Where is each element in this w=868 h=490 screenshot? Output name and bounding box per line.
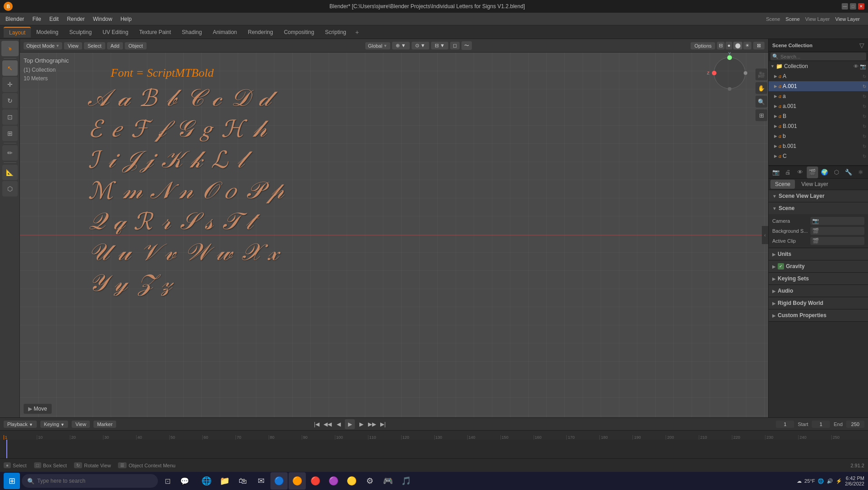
props-tab-output[interactable]: 🖨 <box>783 167 794 178</box>
outliner-camera-collection[interactable]: 📷 <box>860 64 866 69</box>
panel-collapse-arrow[interactable]: ‹ <box>762 226 768 244</box>
tool-move[interactable]: ✛ <box>2 77 18 92</box>
viewport-view-menu[interactable]: View <box>64 42 82 49</box>
tab-rendering[interactable]: Rendering <box>242 27 278 37</box>
gravity-checkbox[interactable]: ✓ <box>778 263 784 270</box>
taskbar-app-edge[interactable]: 🌐 <box>198 472 215 490</box>
viewport-shade-solid[interactable]: ● <box>726 42 732 49</box>
taskbar-app-5[interactable]: 🎮 <box>379 472 397 490</box>
minimize-button[interactable]: — <box>842 3 848 10</box>
snap-align[interactable]: ⊟ ▼ <box>431 42 449 49</box>
outliner-item-B[interactable]: ▶ a B ↻ <box>769 111 868 121</box>
section-header-audio[interactable]: ▶ Audio <box>769 285 868 297</box>
view-zoom-btn[interactable]: 🔍 <box>755 96 767 108</box>
taskbar-app-chrome[interactable]: 🔵 <box>270 472 288 490</box>
tool-cursor[interactable]: ↖ <box>2 60 18 76</box>
timeline-prev-keyframe[interactable]: ◀◀ <box>323 420 332 429</box>
outliner-search-input[interactable] <box>780 54 864 59</box>
tab-animation[interactable]: Animation <box>207 27 242 37</box>
timeline-next-keyframe[interactable]: ▶▶ <box>368 420 377 429</box>
outliner-vis-B001[interactable]: ↻ <box>863 124 866 129</box>
props-tab-modifier[interactable]: 🔧 <box>843 167 854 178</box>
timeline-playback-btn[interactable]: Playback ▼ <box>4 421 37 428</box>
outliner-item-B001[interactable]: ▶ a B.001 ↻ <box>769 121 868 131</box>
timeline-next-frame[interactable]: ▶ <box>357 420 366 429</box>
section-header-scene-viewlayer[interactable]: ▼ Scene View Layer <box>769 190 868 202</box>
taskbar-chat-btn[interactable]: 💬 <box>177 473 192 489</box>
view-camera-btn[interactable]: 🎥 <box>755 69 767 80</box>
outliner-vis-C[interactable]: ↻ <box>863 154 866 159</box>
menu-blender[interactable]: Blender <box>2 15 28 24</box>
gizmo-y-axis[interactable] <box>727 55 732 60</box>
timeline-keying-btn[interactable]: Keying ▼ <box>40 421 69 428</box>
outliner-eye-collection[interactable]: 👁 <box>853 64 858 69</box>
camera-value[interactable]: 📷 <box>810 217 864 225</box>
end-frame-input[interactable]: 250 <box>846 421 864 428</box>
outliner-item-a[interactable]: ▶ a a ↻ <box>769 91 868 101</box>
close-button[interactable]: ✕ <box>858 3 864 10</box>
props-scene-tab[interactable]: Scene <box>770 180 795 189</box>
proportional-edit[interactable]: ⊙ ▼ <box>412 42 429 49</box>
tab-modeling[interactable]: Modeling <box>31 27 64 37</box>
viewport-xray[interactable]: ⊠ <box>753 42 765 49</box>
scene-selector[interactable]: Scene <box>783 15 802 23</box>
outliner-item-b001[interactable]: ▶ a b.001 ↻ <box>769 141 868 151</box>
outliner-vis-A[interactable]: ↻ <box>863 74 866 79</box>
outliner-item-a001[interactable]: ▶ a a.001 ↻ <box>769 101 868 111</box>
taskbar-app-3[interactable]: 🟡 <box>343 472 360 490</box>
section-header-gravity[interactable]: ▶ ✓ Gravity <box>769 260 868 272</box>
section-header-rigid-body[interactable]: ▶ Rigid Body World <box>769 297 868 309</box>
object-mode-selector[interactable]: Object Mode▼ <box>24 42 62 49</box>
view-grid-btn[interactable]: ⊞ <box>755 109 767 121</box>
menu-window[interactable]: Window <box>89 15 116 24</box>
viewport-shade-mat[interactable]: ⬤ <box>733 42 742 49</box>
menu-edit[interactable]: Edit <box>46 15 63 24</box>
section-header-scene[interactable]: ▼ Scene <box>769 202 868 214</box>
tab-scripting[interactable]: Scripting <box>319 27 352 37</box>
gizmo-z-axis[interactable] <box>712 71 716 75</box>
outliner-vis-a[interactable]: ↻ <box>863 94 866 99</box>
taskbar-app-mail[interactable]: ✉ <box>252 472 270 490</box>
timeline-jump-start[interactable]: |◀ <box>312 420 321 429</box>
tab-layout[interactable]: Layout <box>4 27 31 38</box>
taskbar-app-6[interactable]: 🎵 <box>397 472 415 490</box>
taskbar-app-store[interactable]: 🛍 <box>234 472 251 490</box>
outliner-item-b[interactable]: ▶ a b ↻ <box>769 131 868 141</box>
outliner-vis-a001[interactable]: ↻ <box>863 104 866 109</box>
tool-annotate[interactable]: ✏ <box>2 145 18 161</box>
gizmo-ny-axis[interactable] <box>728 87 731 91</box>
tool-transform[interactable]: ⊞ <box>2 126 18 141</box>
overlay-btn-1[interactable]: ◻ <box>450 42 460 49</box>
props-tab-object[interactable]: ⬡ <box>831 167 842 178</box>
options-button[interactable]: Options <box>691 42 715 49</box>
outliner-item-A[interactable]: ▶ a A ↻ <box>769 71 868 81</box>
viewport-shade-render[interactable]: ☀ <box>743 42 751 49</box>
viewlayer-selector[interactable]: View Layer <box>833 15 863 23</box>
viewport-object-menu[interactable]: Object <box>125 42 147 49</box>
timeline-marker-btn[interactable]: Marker <box>93 421 116 428</box>
tool-mode-select[interactable]: 🖱 <box>1 41 19 56</box>
overlay-btn-2[interactable]: 〜 <box>461 41 472 50</box>
props-tab-view[interactable]: 👁 <box>794 167 806 178</box>
tool-measure[interactable]: 📐 <box>2 165 18 180</box>
section-header-units[interactable]: ▶ Units <box>769 248 868 260</box>
timeline-view-btn[interactable]: View <box>72 421 90 428</box>
outliner-vis-B[interactable]: ↻ <box>863 114 866 119</box>
taskbar-app-4[interactable]: ⚙ <box>361 472 378 490</box>
gizmo-nz-axis[interactable] <box>744 71 747 75</box>
timeline-play-btn[interactable]: ▶ <box>345 419 355 429</box>
maximize-button[interactable]: □ <box>850 3 856 10</box>
snap-button[interactable]: ⊕ ▼ <box>392 42 410 49</box>
taskbar-app-2[interactable]: 🟣 <box>325 472 342 490</box>
outliner-filter-icon[interactable]: ▽ <box>859 42 864 49</box>
viewport-add-menu[interactable]: Add <box>107 42 123 49</box>
outliner-item-A001[interactable]: ▶ a A.001 ↻ <box>769 81 868 91</box>
tab-shading[interactable]: Shading <box>177 27 207 37</box>
start-button[interactable]: ⊞ <box>4 473 20 489</box>
section-header-keying[interactable]: ▶ Keying Sets <box>769 273 868 284</box>
outliner-vis-A001[interactable]: ↻ <box>863 84 866 89</box>
tab-compositing[interactable]: Compositing <box>279 27 320 37</box>
tool-add[interactable]: ⬡ <box>2 181 18 196</box>
taskbar-app-1[interactable]: 🔴 <box>307 472 324 490</box>
taskbar-app-explorer[interactable]: 📁 <box>216 472 233 490</box>
